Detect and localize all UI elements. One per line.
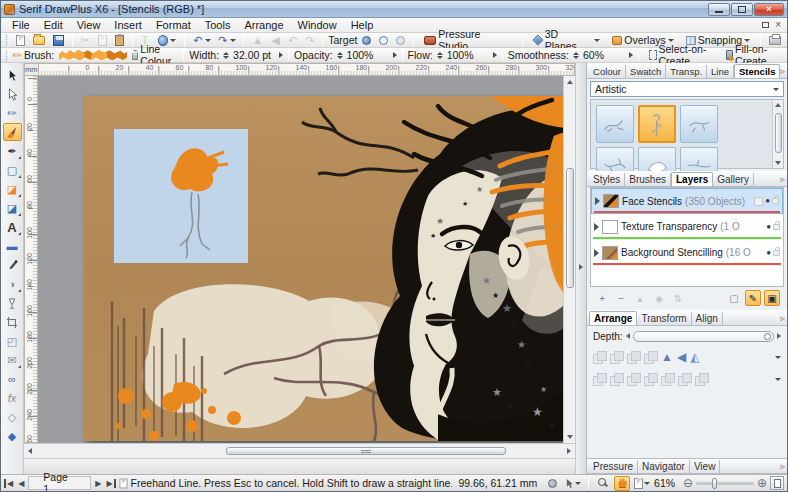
- bring-to-front-icon[interactable]: [593, 351, 606, 363]
- zoom-slider-thumb[interactable]: [712, 478, 717, 489]
- fill-brush-tool[interactable]: ◪: [3, 180, 22, 198]
- copy-button[interactable]: [95, 33, 110, 47]
- previous-page-button[interactable]: ◀: [17, 479, 25, 488]
- pan-tool-button[interactable]: [614, 476, 630, 491]
- undo-button[interactable]: ↶: [190, 33, 213, 47]
- flip-horizontal-button[interactable]: ◀: [268, 33, 283, 47]
- stencil-thumb[interactable]: [596, 105, 634, 143]
- pointer-tool[interactable]: [3, 66, 22, 84]
- document-page[interactable]: ★★★★★★★★★★★★★★★: [84, 96, 563, 441]
- opacity-flyout-icon[interactable]: [393, 52, 397, 58]
- width-flyout-icon[interactable]: [279, 52, 283, 58]
- first-page-button[interactable]: ◀: [4, 479, 14, 488]
- open-button[interactable]: [30, 33, 48, 47]
- panel-menu-icon[interactable]: ▹: [780, 461, 785, 471]
- format-painter-button[interactable]: T: [138, 33, 153, 47]
- panel-menu-icon[interactable]: ▹: [780, 313, 785, 323]
- menu-view[interactable]: View: [70, 18, 108, 32]
- depth-slider-thumb[interactable]: [764, 333, 771, 340]
- crop-tool[interactable]: [3, 313, 22, 331]
- flow-stepper[interactable]: [437, 52, 443, 59]
- stencil-scroll-thumb[interactable]: [775, 113, 782, 153]
- add-shapes-icon[interactable]: [627, 373, 640, 385]
- stencil-thumb-selected[interactable]: [638, 105, 676, 143]
- colour-picker-tool[interactable]: [3, 256, 22, 274]
- layer-row-face-stencils[interactable]: Face Stencils (350 Objects) ●: [591, 188, 783, 214]
- crop-shapes-icon[interactable]: [695, 373, 708, 385]
- pressure-studio-button[interactable]: Pressure Studio: [419, 33, 516, 47]
- doc-close-button[interactable]: ×: [775, 20, 781, 30]
- layer-lock-icon[interactable]: [773, 224, 780, 230]
- zoom-level[interactable]: 61%: [654, 477, 680, 489]
- redo-button[interactable]: ↷: [215, 33, 238, 47]
- panel-menu-icon[interactable]: ▹: [780, 174, 785, 184]
- menu-arrange[interactable]: Arrange: [237, 18, 290, 32]
- opacity-stepper[interactable]: [337, 52, 343, 59]
- perspective-tool[interactable]: ◇: [3, 408, 22, 426]
- depth-increase-icon[interactable]: [777, 333, 781, 339]
- quickshape-tool[interactable]: ◪: [3, 199, 22, 217]
- smoothness-flyout-icon[interactable]: [629, 52, 633, 58]
- fill-on-create-toggle[interactable]: Fill-on-Create: [721, 48, 784, 62]
- chevron-down-icon[interactable]: [775, 378, 781, 381]
- layer-row-background-stencilling[interactable]: Background Stencilling (16 O ●: [591, 240, 783, 266]
- zoom-slider[interactable]: [696, 482, 754, 485]
- pointer-mode-button[interactable]: [563, 476, 582, 491]
- pencil-tool[interactable]: ✏: [3, 104, 22, 122]
- move-layer-up-button[interactable]: ▴: [632, 290, 648, 306]
- tab-align[interactable]: Align: [692, 312, 723, 325]
- stencil-thumb[interactable]: [680, 105, 718, 143]
- group-icon[interactable]: [593, 373, 606, 385]
- minimize-button[interactable]: [708, 3, 730, 16]
- horizontal-scroll-thumb[interactable]: [226, 447, 506, 455]
- tab-line[interactable]: Line: [707, 65, 734, 78]
- canvas-workspace[interactable]: ★★★★★★★★★★★★★★★: [38, 76, 563, 443]
- flip-vertical-button[interactable]: ▲: [661, 351, 673, 363]
- menu-window[interactable]: Window: [291, 18, 344, 32]
- maximize-button[interactable]: [731, 3, 753, 16]
- target-none-button[interactable]: [393, 33, 408, 47]
- rotate-button[interactable]: ◭: [690, 351, 699, 363]
- rotate-right-button[interactable]: ↷: [302, 33, 317, 47]
- canvas-horizontal-scrollbar[interactable]: [24, 443, 575, 458]
- tab-brushes[interactable]: Brushes: [625, 173, 671, 186]
- close-button[interactable]: ×: [754, 3, 784, 16]
- zoom-out-button[interactable]: ⊖: [683, 477, 693, 489]
- tab-view[interactable]: View: [690, 460, 721, 473]
- expand-icon[interactable]: [594, 223, 599, 231]
- brush-preview[interactable]: [59, 50, 127, 61]
- paste-button[interactable]: [112, 33, 127, 47]
- vertical-scroll-thumb[interactable]: [566, 168, 574, 288]
- 3d-planes-button[interactable]: 3D Planes: [528, 33, 605, 47]
- stencil-category-select[interactable]: Artistic: [590, 81, 784, 97]
- doc-restore-button[interactable]: [762, 22, 769, 28]
- menu-format[interactable]: Format: [149, 18, 198, 32]
- width-value[interactable]: 32.00 pt: [233, 49, 277, 61]
- tab-colour[interactable]: Colour: [589, 65, 626, 78]
- delete-layer-button[interactable]: −: [613, 290, 629, 306]
- crop-alt-tool[interactable]: ◰: [3, 332, 22, 350]
- tab-stencils[interactable]: Stencils: [734, 64, 780, 78]
- tab-styles[interactable]: Styles: [589, 173, 625, 186]
- zoom-in-button[interactable]: ⊕: [757, 477, 767, 489]
- pen-tool[interactable]: ✒: [3, 142, 22, 160]
- gradient-fill-tool[interactable]: ◑: [3, 275, 22, 293]
- connector-tool[interactable]: ▢: [3, 161, 22, 179]
- smoothness-stepper[interactable]: [573, 52, 579, 59]
- layer-effects-button[interactable]: ◈: [651, 290, 667, 306]
- opacity-value[interactable]: 100%: [347, 49, 391, 61]
- layer-visibility-icon[interactable]: ●: [766, 223, 771, 231]
- flip-horizontal-button[interactable]: ◀: [677, 351, 686, 363]
- forward-one-icon[interactable]: [610, 351, 623, 363]
- depth-slider[interactable]: [633, 331, 774, 342]
- fit-page-button[interactable]: [770, 476, 784, 490]
- tab-navigator[interactable]: Navigator: [638, 460, 690, 473]
- menu-edit[interactable]: Edit: [37, 18, 70, 32]
- target-outline-button[interactable]: [376, 33, 391, 47]
- intersect-shapes-icon[interactable]: [661, 373, 674, 385]
- menu-insert[interactable]: Insert: [107, 18, 149, 32]
- flow-value[interactable]: 100%: [447, 49, 491, 61]
- tab-swatch[interactable]: Swatch: [626, 65, 666, 78]
- select-on-create-toggle[interactable]: Select-on-Create: [644, 48, 719, 62]
- page-indicator[interactable]: Page 1: [28, 476, 91, 490]
